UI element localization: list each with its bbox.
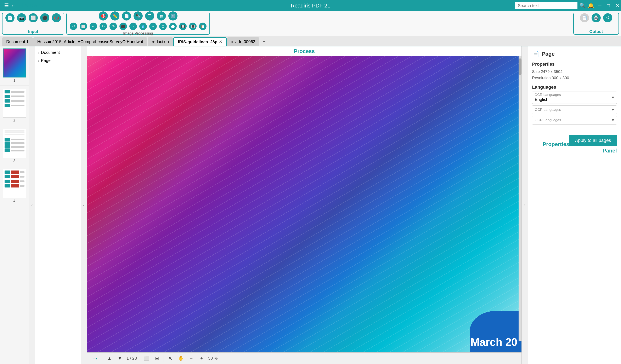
tool-6[interactable]: ▦ (157, 11, 166, 20)
search-icon[interactable]: 🔍 (580, 3, 586, 8)
file-menu-label: File Menu (18, 2, 45, 9)
tab-bar: Document 1 Hussain2015_Article_AComprehe… (0, 36, 621, 46)
image-processing-label: Image Processing (123, 31, 153, 36)
tool-4[interactable]: ✒️ (134, 11, 143, 20)
img-tool-1[interactable]: ↺ (70, 23, 77, 30)
img-tool-9[interactable]: ✂ (149, 23, 157, 30)
page-number-3: 3 (13, 159, 15, 163)
tool-7[interactable]: ⚙️ (168, 11, 177, 20)
img-tool-10[interactable]: ⬡ (159, 23, 167, 30)
import-icon[interactable]: ⬜ (29, 13, 38, 22)
title-bar: ☰ ← File Menu Readiris PDF 21 🔍 🔔 ─ □ ✕ (0, 0, 621, 11)
ocr-lang-label-1: OCR Languages (535, 93, 561, 97)
tab-add-button[interactable]: + (260, 37, 269, 46)
out-doc-icon[interactable]: 📄 (580, 13, 589, 22)
page-down-icon[interactable]: ▼ (116, 355, 123, 362)
single-page-icon[interactable]: ⬜ (143, 355, 150, 362)
ocr-language-dropdown-2[interactable]: OCR Languages ▼ (532, 105, 617, 114)
object-panel-page[interactable]: › Page (37, 57, 79, 65)
chevron-right-icon-2: › (38, 59, 39, 63)
select-icon[interactable]: ↖ (167, 355, 174, 362)
object-panel: › Document › Page (35, 46, 81, 364)
img-tool-3[interactable]: ↔ (89, 23, 97, 30)
hand-tool-icon[interactable]: ✋ (177, 355, 185, 362)
tab-document1[interactable]: Document 1 (2, 37, 33, 46)
record-icon[interactable]: ⚫ (40, 13, 49, 22)
input-label: Input (28, 29, 38, 34)
tool-3[interactable]: 📄 (122, 11, 131, 20)
viewer-toolbar: → ▲ ▼ 1 / 28 ⬜ ⊞ ↖ ✋ – + 50 % (87, 352, 521, 364)
close-button[interactable]: ✕ (614, 3, 621, 8)
thumbnail-page-2[interactable]: 2 (2, 89, 27, 123)
thumbnail-panel: 1 (0, 46, 29, 364)
tool-2[interactable]: ✏️ (110, 11, 120, 20)
properties-section-title: Properties (532, 62, 617, 67)
scroll-thumb[interactable] (518, 58, 521, 75)
tab-iris-guidelines[interactable]: IRIS-guidelines_28p ✕ (173, 37, 227, 46)
img-tool-14[interactable]: 📋 (199, 23, 207, 30)
zoom-out-icon[interactable]: – (188, 355, 195, 362)
notification-icon[interactable]: 🔔 (588, 3, 594, 8)
out-share-icon[interactable]: ↺ (603, 13, 612, 22)
thumbnail-page-3[interactable]: 3 (2, 129, 27, 163)
file-menu-area[interactable]: ☰ ← File Menu (0, 2, 49, 9)
app-title: Readiris PDF 21 (291, 2, 330, 9)
new-doc-icon[interactable]: 📄 (5, 13, 15, 22)
prop-header: 📄 Page (532, 50, 617, 57)
languages-section-title: Languages (532, 84, 617, 90)
img-tool-2[interactable]: ⬜ (80, 23, 87, 30)
march-text: March 20 (471, 336, 517, 348)
output-label: Output (589, 29, 603, 34)
img-tool-8[interactable]: 💧 (139, 23, 147, 30)
dropdown-chevron-2: ▼ (611, 108, 615, 112)
viewer-content[interactable]: March 20 (87, 56, 521, 352)
img-tool-11[interactable]: ⬤ (169, 23, 177, 30)
img-tool-5[interactable]: ↷ (109, 23, 117, 30)
tool-1[interactable]: 🎯 (99, 11, 108, 20)
left-collapse-arrow[interactable]: ‹ (29, 46, 35, 364)
process-header: Process (87, 46, 521, 56)
maximize-button[interactable]: □ (605, 3, 612, 8)
grid-view-icon[interactable]: ⊞ (153, 355, 161, 362)
img-tool-13[interactable]: 🔳 (189, 23, 197, 30)
img-tool-6[interactable]: ⬛ (120, 23, 127, 30)
search-input[interactable] (515, 2, 577, 9)
object-panel-document[interactable]: › Document (37, 49, 79, 57)
thumbnail-page-1[interactable]: 1 (2, 49, 27, 83)
hamburger-icon[interactable]: ☰ (4, 3, 9, 8)
output-section: 📄 🖨️ ↺ ··· ··· Output (573, 13, 619, 34)
ocr-language-dropdown-3[interactable]: OCR Languages ▼ (532, 116, 617, 125)
no-icon[interactable]: 🚫 (52, 13, 61, 22)
tab-hussain[interactable]: Hussain2015_Article_AComprehensiveSurvey… (33, 37, 147, 46)
right-collapse-arrow[interactable]: › (521, 46, 528, 364)
ocr-language-value-1: English (535, 97, 549, 102)
minimize-button[interactable]: ─ (596, 3, 603, 8)
page-number-1: 1 (13, 78, 15, 83)
page-info: 1 / 28 (126, 356, 137, 361)
toolbar: 📄 📷 ⬜ ⚫ 🚫 ··· ··· Input 🎯 ✏️ 📄 ✒️ ☰ ▦ ⚙️… (0, 11, 621, 36)
ocr-lang-label-3: OCR Languages (535, 118, 561, 122)
page-doc-icon: 📄 (532, 50, 539, 57)
dropdown-chevron-3: ▼ (611, 118, 615, 122)
img-tool-12[interactable]: 🔲 (179, 23, 187, 30)
back-arrow-icon: ← (11, 3, 16, 8)
page-up-icon[interactable]: ▲ (106, 355, 113, 362)
img-tool-7[interactable]: 🖊 (129, 23, 137, 30)
tool-5[interactable]: ☰ (145, 11, 154, 20)
apply-to-all-pages-button[interactable]: Apply to all pages (569, 135, 617, 146)
zoom-in-icon[interactable]: + (198, 355, 205, 362)
page-resolution: Resolution 300 x 300 (532, 75, 617, 81)
main-layout: 1 (0, 46, 621, 364)
viewer-scrollbar[interactable] (518, 56, 521, 341)
forward-arrow-icon: → (91, 354, 99, 363)
tab-close-icon[interactable]: ✕ (219, 40, 222, 44)
object-panel-collapse-arrow[interactable]: ‹ (81, 46, 87, 364)
ocr-lang-label-2: OCR Languages (535, 108, 561, 112)
scan-icon[interactable]: 📷 (17, 13, 26, 22)
tab-inv[interactable]: inv_fr_00062 (227, 37, 259, 46)
out-print-icon[interactable]: 🖨️ (592, 13, 601, 22)
thumbnail-page-4[interactable]: 4 (2, 169, 27, 203)
tab-redaction[interactable]: redaction (148, 37, 173, 46)
page-size: Size 2479 x 3504 (532, 68, 617, 75)
img-tool-4[interactable]: ↻ (100, 23, 107, 30)
